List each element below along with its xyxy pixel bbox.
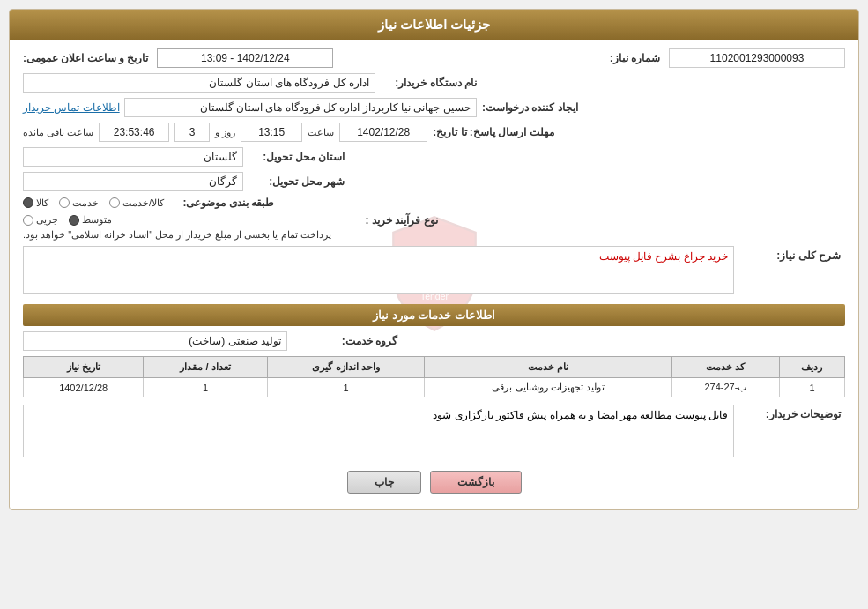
need-number-value: 1102001293000093 xyxy=(669,48,845,68)
print-button[interactable]: چاپ xyxy=(347,471,421,494)
back-button[interactable]: بازگشت xyxy=(430,471,522,494)
group-label: گروه خدمت: xyxy=(296,335,402,347)
deadline-remaining-time: 23:53:46 xyxy=(99,123,169,142)
radio-khedmat xyxy=(59,197,70,208)
category-label: طبقه بندی موضوعی: xyxy=(173,197,278,209)
col-unit: واحد اندازه گیری xyxy=(267,357,424,378)
deadline-date: 1402/12/28 xyxy=(339,123,427,142)
action-buttons: بازگشت چاپ xyxy=(23,471,845,494)
cell-service-name: تولید تجهیزات روشنایی برقی xyxy=(425,378,672,397)
col-row-num: ردیف xyxy=(779,357,844,378)
radio-motavaset xyxy=(69,215,79,226)
page-title: جزئیات اطلاعات نیاز xyxy=(10,10,858,40)
city-value: گرگان xyxy=(23,172,243,191)
deadline-remaining-label: ساعت باقی مانده xyxy=(23,127,93,138)
announcement-date-value: 1402/12/24 - 13:09 xyxy=(157,48,333,68)
category-options: کالا/خدمت خدمت کالا xyxy=(23,197,164,209)
city-label: شهر محل تحویل: xyxy=(243,175,349,188)
purchase-type-note: پرداخت تمام یا بخشی از مبلغ خریدار از مح… xyxy=(23,229,331,241)
announcement-date-label: تاریخ و ساعت اعلان عمومی: xyxy=(23,52,152,64)
buyer-notes-label: توضیحات خریدار: xyxy=(739,408,845,420)
creator-contact-link[interactable]: اطلاعات تماس خریدار xyxy=(23,101,120,114)
col-service-code: کد خدمت xyxy=(671,357,779,378)
purchase-type-options: متوسط جزیی xyxy=(23,214,112,226)
province-value: گلستان xyxy=(23,147,243,167)
need-description-section-title: شرح کلی نیاز: xyxy=(739,249,845,262)
buyer-org-value: اداره کل فرودگاه های استان گلستان xyxy=(23,73,375,93)
category-option-kala-khedmat[interactable]: کالا/خدمت xyxy=(109,197,164,209)
col-need-date: تاریخ نیاز xyxy=(24,357,144,378)
col-quantity: تعداد / مقدار xyxy=(144,357,267,378)
group-value: تولید صنعتی (ساخت) xyxy=(23,331,287,351)
cell-row-num: 1 xyxy=(779,378,844,397)
need-number-label: شماره نیاز: xyxy=(559,52,664,64)
col-service-name: نام خدمت xyxy=(425,357,672,378)
province-label: استان محل تحویل: xyxy=(243,151,349,163)
deadline-label: مهلت ارسال پاسخ: تا تاریخ: xyxy=(433,126,558,138)
services-table: ردیف کد خدمت نام خدمت واحد اندازه گیری ت… xyxy=(23,356,845,397)
buyer-org-label: نام دستگاه خریدار: xyxy=(375,77,481,89)
radio-jozi xyxy=(23,215,33,226)
purchase-type-option-jozi[interactable]: جزیی xyxy=(23,214,58,226)
cell-need-date: 1402/12/28 xyxy=(24,378,144,397)
purchase-type-label: نوع فرآیند خرید : xyxy=(337,214,442,227)
category-option-kala[interactable]: کالا xyxy=(23,197,48,209)
radio-kala-khedmat xyxy=(109,197,120,208)
deadline-time-label: ساعت xyxy=(308,127,334,138)
cell-quantity: 1 xyxy=(144,378,267,397)
cell-unit: 1 xyxy=(267,378,424,397)
purchase-type-option-motavaset[interactable]: متوسط xyxy=(69,214,112,226)
cell-service-code: ب-27-274 xyxy=(671,378,779,397)
deadline-days-label: روز و xyxy=(215,127,235,138)
buyer-notes-textarea[interactable]: فایل پیوست مطالعه مهر امضا و به همراه پی… xyxy=(23,405,734,457)
creator-label: ایجاد کننده درخواست: xyxy=(477,101,582,114)
deadline-days: 3 xyxy=(174,123,210,142)
deadline-time: 13:15 xyxy=(241,123,302,142)
creator-value: حسین جهانی نیا کاربرداز اداره کل فرودگاه… xyxy=(124,98,477,117)
category-option-khedmat[interactable]: خدمت xyxy=(59,197,99,209)
radio-kala xyxy=(23,197,33,208)
services-section-title: اطلاعات خدمات مورد نیاز xyxy=(23,304,845,326)
table-row: 1 ب-27-274 تولید تجهیزات روشنایی برقی 1 … xyxy=(24,378,845,397)
need-description-textarea[interactable]: خرید جراغ بشرح فایل پیوست xyxy=(23,246,734,294)
